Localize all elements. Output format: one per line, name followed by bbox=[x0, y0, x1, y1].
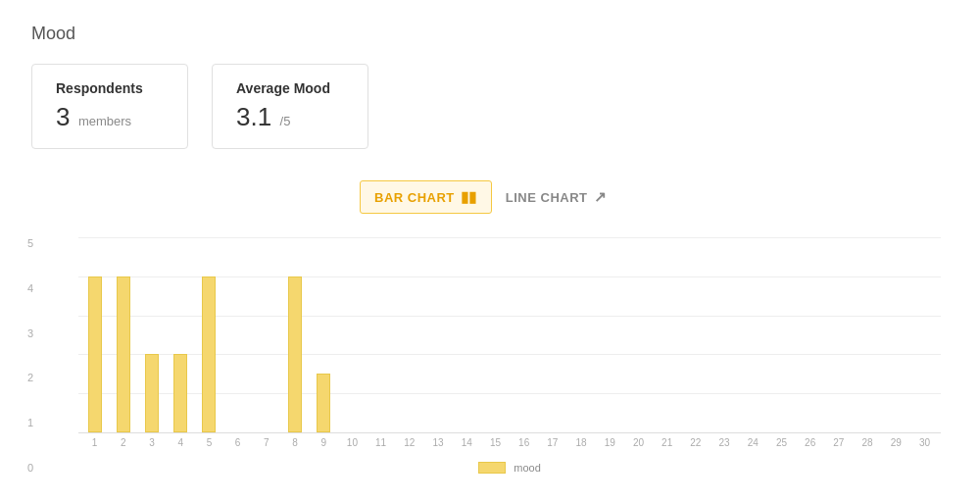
bars-container bbox=[78, 237, 941, 432]
bar-slot bbox=[423, 237, 452, 432]
x-label: 14 bbox=[453, 437, 481, 448]
bar-slot bbox=[310, 237, 338, 432]
bar bbox=[117, 276, 130, 432]
x-label: 3 bbox=[137, 437, 166, 448]
x-label: 23 bbox=[710, 437, 738, 448]
bar-slot bbox=[280, 237, 309, 432]
x-label: 29 bbox=[882, 437, 910, 448]
bar-slot bbox=[624, 237, 653, 432]
bar bbox=[173, 354, 187, 432]
average-mood-value: 3.1 bbox=[236, 102, 271, 131]
bar-slot bbox=[853, 237, 881, 432]
bar-slot bbox=[824, 237, 853, 432]
respondents-sub: members bbox=[78, 114, 131, 128]
bar-chart-label: BAR CHART bbox=[374, 190, 455, 205]
bar-slot bbox=[137, 237, 166, 432]
bar-chart-button[interactable]: BAR CHART ▮▮ bbox=[360, 180, 492, 214]
chart-toggle: BAR CHART ▮▮ LINE CHART ↗ bbox=[31, 180, 949, 214]
legend-label: mood bbox=[514, 462, 541, 474]
x-label: 20 bbox=[624, 437, 653, 448]
x-label: 22 bbox=[681, 437, 710, 448]
respondents-card-value: 3 members bbox=[56, 102, 164, 132]
line-chart-icon: ↗ bbox=[594, 188, 608, 206]
bar-slot bbox=[453, 237, 481, 432]
x-label: 21 bbox=[653, 437, 681, 448]
bar-slot bbox=[167, 237, 195, 432]
x-label: 4 bbox=[167, 437, 195, 448]
x-label: 2 bbox=[109, 437, 137, 448]
x-label: 9 bbox=[310, 437, 338, 448]
line-chart-button[interactable]: LINE CHART ↗ bbox=[492, 180, 620, 214]
x-label: 15 bbox=[481, 437, 510, 448]
x-label: 30 bbox=[910, 437, 939, 448]
bar-slot bbox=[510, 237, 538, 432]
legend-color-box bbox=[478, 462, 506, 474]
bar bbox=[145, 354, 159, 432]
x-label: 5 bbox=[195, 437, 223, 448]
cards-row: Respondents 3 members Average Mood 3.1 /… bbox=[31, 64, 949, 149]
bar-slot bbox=[739, 237, 767, 432]
bar bbox=[317, 374, 330, 432]
y-label-0: 0 bbox=[4, 462, 33, 474]
bar-slot bbox=[195, 237, 223, 432]
x-label: 17 bbox=[538, 437, 566, 448]
x-label: 27 bbox=[824, 437, 853, 448]
bar-slot bbox=[80, 237, 109, 432]
bar bbox=[202, 276, 216, 432]
bar-slot bbox=[796, 237, 824, 432]
y-labels: 5 4 3 2 1 0 bbox=[4, 237, 33, 474]
x-labels: 1234567891011121314151617181920212223242… bbox=[78, 433, 941, 448]
average-mood-card-title: Average Mood bbox=[236, 80, 344, 96]
y-label-5: 5 bbox=[4, 237, 33, 249]
x-label: 25 bbox=[767, 437, 796, 448]
bar-slot bbox=[252, 237, 280, 432]
x-label: 28 bbox=[853, 437, 881, 448]
x-label: 8 bbox=[280, 437, 309, 448]
bar-slot bbox=[596, 237, 624, 432]
bar-chart-icon: ▮▮ bbox=[461, 188, 477, 206]
x-label: 18 bbox=[566, 437, 595, 448]
bar-slot bbox=[882, 237, 910, 432]
x-label: 12 bbox=[395, 437, 423, 448]
average-mood-card-value: 3.1 /5 bbox=[236, 102, 344, 132]
bar-slot bbox=[395, 237, 423, 432]
average-mood-sub: /5 bbox=[280, 114, 291, 128]
bar-slot bbox=[367, 237, 395, 432]
chart-area: 5 4 3 2 1 0 1234567891011121314151617181… bbox=[39, 237, 941, 474]
bar-slot bbox=[538, 237, 566, 432]
x-label: 7 bbox=[252, 437, 280, 448]
bar-slot bbox=[481, 237, 510, 432]
respondents-value: 3 bbox=[56, 102, 70, 131]
x-label: 13 bbox=[423, 437, 452, 448]
respondents-card-title: Respondents bbox=[56, 80, 164, 96]
line-chart-label: LINE CHART bbox=[506, 190, 588, 205]
respondents-card: Respondents 3 members bbox=[31, 64, 188, 149]
chart-inner bbox=[78, 237, 941, 433]
bar-slot bbox=[223, 237, 252, 432]
bar-slot bbox=[767, 237, 796, 432]
y-label-1: 1 bbox=[4, 417, 33, 428]
legend: mood bbox=[78, 462, 941, 474]
x-label: 16 bbox=[510, 437, 538, 448]
x-label: 26 bbox=[796, 437, 824, 448]
page-title: Mood bbox=[31, 24, 949, 44]
bar-slot bbox=[910, 237, 939, 432]
bar-slot bbox=[681, 237, 710, 432]
x-label: 24 bbox=[739, 437, 767, 448]
x-label: 10 bbox=[338, 437, 367, 448]
bar bbox=[288, 276, 302, 432]
y-label-4: 4 bbox=[4, 282, 33, 294]
bar-slot bbox=[566, 237, 595, 432]
y-label-3: 3 bbox=[4, 327, 33, 339]
x-label: 19 bbox=[596, 437, 624, 448]
bar-slot bbox=[109, 237, 137, 432]
bar-slot bbox=[710, 237, 738, 432]
bar-slot bbox=[653, 237, 681, 432]
bar bbox=[88, 276, 102, 432]
x-label: 11 bbox=[367, 437, 395, 448]
y-label-2: 2 bbox=[4, 372, 33, 383]
x-label: 1 bbox=[80, 437, 109, 448]
x-label: 6 bbox=[223, 437, 252, 448]
average-mood-card: Average Mood 3.1 /5 bbox=[212, 64, 368, 149]
bar-slot bbox=[338, 237, 367, 432]
